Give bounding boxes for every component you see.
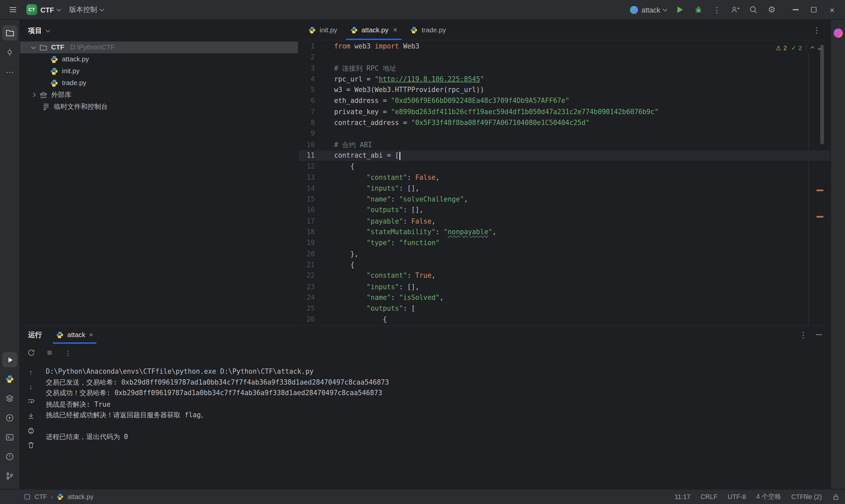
code-line[interactable]: 17 "payable": False, <box>298 216 830 227</box>
run-button[interactable] <box>673 2 688 17</box>
search-everywhere-button[interactable] <box>746 2 761 17</box>
prev-problem-icon[interactable] <box>810 46 814 50</box>
console-line[interactable]: 交易成功！交易哈希: 0xb29d8ff09619787ad1a0bb34c7f… <box>46 388 830 399</box>
tool-ai-assistant-button[interactable] <box>830 25 845 40</box>
scroll-to-end-icon[interactable] <box>25 410 37 421</box>
breadcrumb-file[interactable]: attack.py <box>68 493 93 501</box>
more-actions-button[interactable]: ⋮ <box>709 2 724 17</box>
code-line[interactable]: 21 { <box>298 259 830 270</box>
tool-problems-button[interactable] <box>2 449 17 464</box>
passed-indicator[interactable]: ✓ 2 <box>791 44 802 52</box>
code-line[interactable]: 16 "outputs": [], <box>298 205 830 216</box>
tool-more-button[interactable]: ⋯ <box>2 64 17 79</box>
run-config-selector[interactable]: attack <box>628 2 669 17</box>
code-line[interactable]: 4rpc_url = "http://119.8.106.225:8545" <box>298 74 830 85</box>
scroll-down-icon[interactable]: ↓ <box>25 381 37 393</box>
code-line[interactable]: 6eth_address = "0xd506f9E66bD092248Ea48c… <box>298 96 830 107</box>
statusbar-item[interactable]: CTFfile (2) <box>791 493 822 501</box>
lock-icon[interactable] <box>832 493 840 501</box>
statusbar-item[interactable]: CRLF <box>700 493 717 501</box>
statusbar-item[interactable]: 11:17 <box>675 493 690 501</box>
print-icon[interactable] <box>25 425 37 436</box>
code-line[interactable]: 8contract_address = "0x5F33f48f8ba08f49F… <box>298 118 830 128</box>
tool-commit-button[interactable] <box>2 45 17 60</box>
statusbar-right: 11:17CRLFUTF-84 个空格CTFfile (2) <box>675 492 840 501</box>
tool-services-button[interactable] <box>2 391 17 406</box>
code-line[interactable]: 20 }, <box>298 249 830 259</box>
run-tab-attack[interactable]: attack × <box>51 326 99 344</box>
clear-console-icon[interactable] <box>25 439 37 451</box>
editor-body[interactable]: 1from web3 import Web323# 连接到 RPC 地址4rpc… <box>298 40 830 325</box>
warning-stripe-mark[interactable] <box>816 190 823 191</box>
code-line[interactable]: 3# 连接到 RPC 地址 <box>298 63 830 74</box>
tree-file-attack[interactable]: attack.py <box>20 53 298 65</box>
settings-button[interactable]: ⚙ <box>764 2 779 17</box>
code-line[interactable]: 12 { <box>298 161 830 172</box>
code-line[interactable]: 7private_key = "e899bd263df411b26cff19ae… <box>298 107 830 118</box>
run-toolbar-kebab-icon[interactable]: ⋮ <box>62 347 74 359</box>
editor-tab-attack[interactable]: attack.py × <box>344 20 404 40</box>
tree-scratches[interactable]: 临时文件和控制台 <box>20 101 298 112</box>
console-line[interactable]: D:\Python\Anaconda\envs\CTFfile\python.e… <box>46 366 830 377</box>
code-line[interactable]: 24 "name": "isSolved", <box>298 292 830 303</box>
project-selector[interactable]: CT CTF <box>24 2 64 17</box>
tree-root-row[interactable]: CTF D:\Python\CTF <box>20 41 298 53</box>
tree-external-libraries[interactable]: 外部库 <box>20 89 298 101</box>
statusbar-item[interactable]: 4 个空格 <box>756 492 781 501</box>
window-maximize-button[interactable] <box>806 2 821 17</box>
warnings-indicator[interactable]: ⚠ 2 <box>776 44 787 52</box>
run-panel-options-kebab-icon[interactable]: ⋮ <box>799 330 807 338</box>
window-close-button[interactable]: × <box>825 2 840 17</box>
tab-options-kebab-icon[interactable]: ⋮ <box>813 26 821 34</box>
run-console[interactable]: D:\Python\Anaconda\envs\CTFfile\python.e… <box>46 362 830 489</box>
debug-button[interactable] <box>691 2 706 17</box>
tool-run-anything-button[interactable] <box>2 410 17 426</box>
code-with-me-button[interactable] <box>727 2 743 17</box>
statusbar-item[interactable]: UTF-8 <box>728 493 746 501</box>
stop-button[interactable] <box>43 347 55 359</box>
code-line[interactable]: 18 "stateMutability": "nonpayable", <box>298 227 830 237</box>
vcs-menu[interactable]: 版本控制 <box>66 2 106 17</box>
window-minimize-button[interactable] <box>788 2 803 17</box>
code-line[interactable]: 11contract_abi = [ <box>298 150 830 161</box>
code-line[interactable]: 25 "outputs": [ <box>298 303 830 314</box>
code-line[interactable]: 15 "name": "solveChallenge", <box>298 194 830 205</box>
breadcrumb-root[interactable]: CTF <box>34 493 47 501</box>
rerun-button[interactable] <box>25 347 37 359</box>
code-line[interactable]: 22 "constant": True, <box>298 270 830 281</box>
tab-close-icon[interactable]: × <box>89 331 93 338</box>
code-line[interactable]: 1from web3 import Web3 <box>298 41 830 52</box>
code-line[interactable]: 23 "inputs": [], <box>298 281 830 292</box>
editor-tab-init[interactable]: init.py <box>302 20 344 40</box>
main-menu-button[interactable] <box>5 2 20 17</box>
tab-close-icon[interactable]: × <box>393 26 397 34</box>
tree-file-trade[interactable]: trade.py <box>20 77 298 89</box>
tree-file-init[interactable]: init.py <box>20 65 298 77</box>
editor-scrollbar[interactable] <box>820 45 824 144</box>
code-line[interactable]: 14 "inputs": [], <box>298 183 830 194</box>
tool-python-console-button[interactable] <box>2 372 17 387</box>
code-line[interactable]: 26 { <box>298 314 830 325</box>
soft-wrap-icon[interactable] <box>25 395 37 407</box>
code-line[interactable]: 13 "constant": False, <box>298 172 830 183</box>
tool-vcs-button[interactable] <box>2 468 17 484</box>
console-line[interactable]: 挑战已经被成功解决！请返回题目服务器获取 flag。 <box>46 410 830 420</box>
tool-run-button[interactable] <box>2 352 17 367</box>
code-line[interactable]: 2 <box>298 52 830 63</box>
console-line[interactable]: 交易已发送，交易哈希: 0xb29d8ff09619787ad1a0bb34c7… <box>46 377 830 388</box>
code-line[interactable]: 19 "type": "function" <box>298 238 830 249</box>
code-line[interactable]: 5w3 = Web3(Web3.HTTPProvider(rpc_url)) <box>298 85 830 96</box>
project-panel-header[interactable]: 项目 <box>20 20 298 41</box>
tool-terminal-button[interactable] <box>2 430 17 445</box>
scroll-up-icon[interactable]: ↑ <box>25 366 37 378</box>
console-line[interactable]: 进程已结束，退出代码为 0 <box>46 431 830 442</box>
editor-tab-trade[interactable]: trade.py <box>404 20 452 40</box>
code-line[interactable]: 10# 合约 ABI <box>298 139 830 150</box>
hide-panel-icon[interactable] <box>816 334 822 335</box>
warning-stripe-mark[interactable] <box>816 216 823 218</box>
inspections-widget[interactable]: ⚠ 2 ✓ 2 <box>773 43 823 53</box>
console-line[interactable] <box>46 420 830 431</box>
code-line[interactable]: 9 <box>298 128 830 139</box>
console-line[interactable]: 挑战是否解决: True <box>46 399 830 410</box>
tool-project-button[interactable] <box>2 25 17 40</box>
